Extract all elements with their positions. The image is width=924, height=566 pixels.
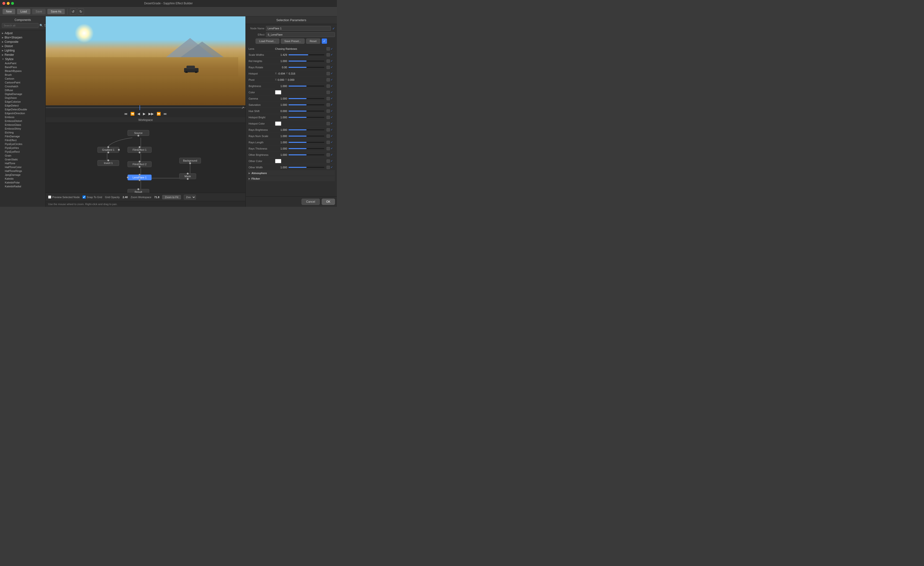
sidebar-item-etching[interactable]: Etching — [0, 130, 45, 135]
sidebar-group-composite[interactable]: ▶ Composite — [0, 40, 45, 44]
sidebar-item-halftone[interactable]: HalfTone — [0, 161, 45, 165]
param-slider[interactable] — [288, 136, 324, 136]
param-slider[interactable] — [288, 67, 324, 68]
param-slider[interactable] — [288, 129, 324, 130]
sort-button[interactable]: ⇅ — [44, 23, 46, 28]
sidebar-item-edgesindirection[interactable]: EdgesInDirection — [0, 111, 45, 115]
zoom-to-dropdown[interactable]: Zoom to... — [184, 195, 196, 199]
save-button[interactable]: Save — [32, 9, 46, 14]
param-slider[interactable] — [288, 61, 324, 61]
color-swatch[interactable] — [275, 90, 281, 94]
sidebar-item-grainstatic[interactable]: GrainStatic — [0, 157, 45, 161]
x-value[interactable]: -0.694 — [278, 72, 285, 75]
step-back-button[interactable]: ◀ — [136, 111, 141, 116]
param-slider[interactable] — [288, 111, 324, 112]
sidebar-item-dogvision[interactable]: DogVision — [0, 96, 45, 100]
param-reset-btn[interactable] — [327, 78, 330, 81]
param-reset-btn[interactable] — [327, 122, 330, 125]
y-value[interactable]: 0.316 — [289, 72, 296, 75]
param-reset-btn[interactable] — [327, 84, 330, 88]
workspace-canvas[interactable]: Source Gradient 1 FilmEffect 1 — [46, 123, 245, 193]
sidebar-item-brush[interactable]: Brush — [0, 73, 45, 77]
param-slider[interactable] — [288, 154, 324, 155]
node-filmeffect1[interactable]: FilmEffect 1 — [128, 147, 152, 153]
param-slider[interactable] — [288, 117, 324, 118]
other-color-swatch[interactable] — [275, 159, 281, 163]
param-slider[interactable] — [288, 148, 324, 149]
param-reset-btn[interactable] — [327, 128, 330, 132]
ok-button[interactable]: OK — [322, 199, 335, 205]
preview-checkbox-input[interactable] — [48, 196, 51, 199]
param-reset-btn[interactable] — [327, 159, 330, 163]
sidebar-item-kaleidoradial[interactable]: KaleidoRadial — [0, 184, 45, 188]
sidebar-item-cartoonpaint[interactable]: CartoonPaint — [0, 81, 45, 84]
param-reset-btn[interactable] — [327, 72, 330, 75]
sidebar-item-jpegdamage[interactable]: JpegDamage — [0, 173, 45, 177]
apply-check-button[interactable]: ✓ — [322, 39, 327, 44]
param-reset-btn[interactable] — [327, 103, 330, 106]
param-slider[interactable] — [288, 142, 324, 143]
new-button[interactable]: New — [2, 9, 15, 14]
sidebar-item-embossdistort[interactable]: EmbossDistort — [0, 119, 45, 123]
sidebar-item-crosshatch[interactable]: Crosshatch — [0, 84, 45, 88]
sidebar-group-adjust[interactable]: ▶ Adjust — [0, 31, 45, 35]
save-as-button[interactable]: Save As — [47, 9, 65, 14]
section-flicker[interactable]: ▶ Flicker — [248, 176, 335, 181]
reset-button[interactable]: Reset — [306, 39, 320, 44]
node-filmeffect2[interactable]: FilmEffect 2 — [128, 161, 152, 167]
fullscreen-button[interactable]: ↗ — [242, 106, 244, 110]
sidebar-item-edgedetectdouble[interactable]: EdgeDetectDouble — [0, 108, 45, 111]
sidebar-item-edgecolorize[interactable]: EdgeColorize — [0, 100, 45, 103]
minimize-button[interactable] — [7, 2, 10, 5]
sidebar-item-embossglass[interactable]: EmbossGlass — [0, 123, 45, 127]
x-value[interactable]: 0.000 — [278, 78, 284, 81]
param-slider[interactable] — [288, 54, 324, 55]
sidebar-group-stylize[interactable]: ▼ Stylize — [0, 57, 45, 61]
sidebar-item-autopaint[interactable]: AutoPaint — [0, 61, 45, 65]
sidebar-item-edgedetect[interactable]: EdgeDetect — [0, 103, 45, 108]
param-reset-btn[interactable] — [327, 135, 330, 138]
node-invert1[interactable]: Invert 1 — [98, 160, 119, 166]
snap-to-grid-checkbox[interactable]: Snap To Grid — [82, 196, 102, 199]
skip-end-button[interactable]: ⏭ — [163, 111, 168, 116]
y-value[interactable]: 0.000 — [288, 78, 294, 81]
sidebar-group-lighting[interactable]: ▶ Lighting — [0, 48, 45, 52]
sidebar-item-cartoon[interactable]: Cartoon — [0, 77, 45, 81]
sidebar-item-embossshiny[interactable]: EmbossShiny — [0, 127, 45, 130]
next-frame-button[interactable]: ⏩ — [156, 111, 162, 116]
sidebar-item-halftonecollor[interactable]: HalfToneColor — [0, 165, 45, 169]
param-slider[interactable] — [288, 167, 324, 168]
param-reset-btn[interactable] — [327, 166, 330, 169]
search-icon-button[interactable]: 🔍 — [39, 23, 43, 28]
sidebar-item-kaleidopolar[interactable]: KaleidoPolar — [0, 181, 45, 184]
node-background[interactable]: Background — [179, 158, 201, 163]
param-reset-btn[interactable] — [327, 97, 330, 100]
cancel-button[interactable]: Cancel — [302, 199, 320, 205]
preview-selected-checkbox[interactable]: Preview Selected Node — [48, 196, 80, 199]
save-preset-button[interactable]: Save Preset... — [281, 39, 304, 44]
sidebar-item-flyseyecircles[interactable]: FlysEyeCircles — [0, 142, 45, 146]
node-lensflare1[interactable]: LensFlare 1 — [128, 175, 152, 180]
play-button[interactable]: ▶ — [142, 111, 147, 116]
param-slider[interactable] — [288, 85, 324, 87]
param-reset-btn[interactable] — [327, 116, 330, 119]
param-slider[interactable] — [288, 98, 324, 99]
lens-value[interactable]: Chasing Rainbows — [275, 47, 326, 50]
sidebar-item-bleachbypass[interactable]: BleachBypass — [0, 69, 45, 73]
param-slider[interactable] — [288, 104, 324, 105]
redo-button[interactable]: ↻ — [78, 8, 84, 15]
sidebar-item-filmdamage[interactable]: FilmDamage — [0, 135, 45, 138]
param-reset-btn[interactable] — [327, 59, 330, 63]
sidebar-group-render[interactable]: ▶ Render — [0, 52, 45, 57]
search-input[interactable] — [2, 23, 39, 28]
param-reset-btn[interactable] — [327, 153, 330, 157]
sidebar-item-digitaldamage[interactable]: DigitalDamage — [0, 92, 45, 96]
prev-frame-button[interactable]: ⏪ — [129, 111, 135, 116]
snap-checkbox-input[interactable] — [82, 196, 86, 199]
lens-reset-btn[interactable] — [327, 47, 330, 51]
sidebar-item-emboss[interactable]: Emboss — [0, 115, 45, 119]
sidebar-item-flyseyehex[interactable]: FlysEyeHex — [0, 146, 45, 150]
sidebar-item-halftonerings[interactable]: HalfToneRings — [0, 169, 45, 173]
sidebar-item-grain[interactable]: Grain — [0, 154, 45, 157]
node-mask[interactable]: Mask — [179, 173, 196, 179]
